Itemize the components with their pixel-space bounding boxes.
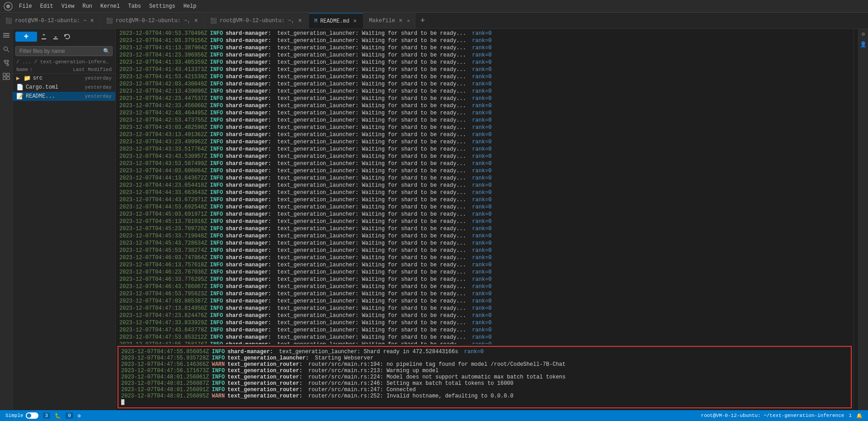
- log-time: 2023-12-07T04:46:23.767036Z: [119, 269, 207, 276]
- tab-1[interactable]: ⬛ root@VM-0-12-ubuntu: ~, ×: [101, 13, 205, 28]
- log-time: 2023-12-07T04:43:13.491362Z: [119, 131, 207, 138]
- log-time: 2023-12-07T04:46:03.747864Z: [119, 254, 207, 261]
- log-source: text_generation_router:: [227, 380, 302, 387]
- tab-0[interactable]: ⬛ root@VM-0-12-ubuntu: ~ ×: [0, 13, 101, 28]
- upload-button[interactable]: [39, 32, 49, 42]
- menu-tabs[interactable]: Tabs: [124, 2, 145, 10]
- extensions-icon[interactable]: [1, 71, 11, 81]
- file-search-box[interactable]: 🔍: [15, 46, 113, 56]
- tab-1-label: root@VM-0-12-ubuntu: ~,: [116, 18, 191, 24]
- log-text: text_generation_launcher: Waiting for sh…: [274, 153, 466, 160]
- log-time: 2023-12-07T04:47:43.843778Z: [119, 326, 207, 334]
- menu-kernel[interactable]: Kernel: [97, 2, 123, 10]
- menu-file[interactable]: File: [15, 2, 36, 10]
- tab-4[interactable]: Makefile × ✕: [363, 13, 415, 28]
- search-sidebar-icon[interactable]: [1, 44, 11, 54]
- toggle-track[interactable]: [26, 412, 38, 419]
- tab-2-close[interactable]: ×: [297, 17, 303, 24]
- refresh-button[interactable]: [62, 32, 72, 42]
- menu-run[interactable]: Run: [79, 2, 96, 10]
- new-file-button[interactable]: +: [15, 32, 37, 42]
- main-layout: + 🔍 / ... / text-generation-inference / …: [0, 29, 868, 410]
- highlight-log-line: 2023-12-07T04:48:01.256095ZWARNtext_gene…: [121, 393, 848, 399]
- log-level: INFO: [210, 319, 223, 326]
- log-source: shard-manager:: [226, 37, 271, 44]
- log-time: 2023-12-07T04:47:03.805387Z: [119, 298, 207, 305]
- log-source: shard-manager:: [226, 66, 271, 73]
- explorer-icon[interactable]: [1, 31, 11, 41]
- search-input[interactable]: [15, 46, 113, 56]
- log-level: INFO: [210, 247, 223, 254]
- tab-3[interactable]: M README.md ×: [309, 13, 363, 28]
- log-container[interactable]: 2023-12-07T04:40:53.370496ZINFOshard-man…: [116, 29, 854, 344]
- download-button[interactable]: [51, 32, 61, 42]
- log-level: INFO: [210, 167, 223, 175]
- editor-area: 2023-12-07T04:40:53.370496ZINFOshard-man…: [116, 29, 858, 410]
- log-line: 2023-12-07T04:46:53.795823ZINFOshard-man…: [119, 290, 850, 298]
- tab-2[interactable]: ⬛ root@VM-0-12-ubuntu: ~, ×: [205, 13, 309, 28]
- bell-icon: 🔔: [856, 413, 863, 419]
- editor-content: 2023-12-07T04:40:53.370496ZINFOshard-man…: [116, 29, 858, 410]
- log-text: text_generation_launcher: Waiting for sh…: [274, 269, 466, 276]
- log-line: 2023-12-07T04:44:53.692548ZINFOshard-man…: [119, 203, 850, 211]
- right-bar: ⚙ 👤: [858, 29, 868, 410]
- menu-settings[interactable]: Settings: [146, 2, 179, 10]
- log-line: 2023-12-07T04:44:03.606064ZINFOshard-man…: [119, 167, 850, 175]
- menu-view[interactable]: View: [58, 2, 78, 10]
- log-rank: rank=0: [469, 189, 491, 196]
- file-item-cargo[interactable]: 📄 Cargo.toml yesterday: [13, 83, 115, 92]
- log-text: text_generation_launcher: Waiting for sh…: [274, 334, 466, 341]
- log-time: 2023-12-07T04:44:33.663643Z: [119, 189, 207, 196]
- log-level: INFO: [210, 138, 223, 146]
- status-left: Simple 3 🐛 0 ⚙: [5, 412, 80, 419]
- file-date: yesterday: [75, 76, 112, 81]
- scrollbar[interactable]: [854, 29, 858, 410]
- activity-bar: [0, 29, 13, 410]
- file-item-src[interactable]: ▶ 📁 src yesterday: [13, 74, 115, 83]
- tab-0-close[interactable]: ×: [89, 17, 94, 24]
- log-level: INFO: [210, 59, 223, 66]
- log-rank: rank=0: [469, 88, 491, 95]
- log-text: text_generation_launcher: Waiting for sh…: [274, 196, 466, 203]
- menu-help[interactable]: Help: [180, 2, 200, 10]
- tab-1-close[interactable]: ×: [193, 17, 198, 24]
- breadcrumb: / ... / text-generation-inference / benc…: [13, 58, 115, 66]
- log-rank: rank=0: [469, 319, 491, 326]
- log-time: 2023-12-07T04:47:13.814950Z: [119, 305, 207, 312]
- log-rank: rank=0: [469, 240, 491, 247]
- log-time: 2023-12-07T04:45:43.728634Z: [119, 240, 207, 247]
- log-level: INFO: [210, 254, 223, 261]
- log-source: shard-manager:: [226, 44, 271, 52]
- log-rank: rank=0: [469, 80, 491, 88]
- git-icon[interactable]: [1, 58, 11, 68]
- gear-icon: ⚙: [78, 413, 81, 419]
- column-modified-header[interactable]: Last Modified: [71, 67, 112, 72]
- menu-edit[interactable]: Edit: [37, 2, 57, 10]
- log-level: INFO: [212, 349, 225, 355]
- explorer-panel: + 🔍 / ... / text-generation-inference / …: [13, 29, 116, 410]
- log-level: INFO: [210, 225, 223, 232]
- log-time: 2023-12-07T04:47:23.824476Z: [119, 312, 207, 319]
- simple-toggle[interactable]: Simple: [5, 412, 38, 419]
- log-source: shard-manager:: [226, 326, 271, 334]
- log-text: text_generation_launcher: Waiting for sh…: [274, 247, 466, 254]
- add-tab-button[interactable]: +: [415, 13, 429, 28]
- log-level: INFO: [210, 37, 223, 44]
- log-line: 2023-12-07T04:46:03.747864ZINFOshard-man…: [119, 254, 850, 261]
- right-settings-icon[interactable]: ⚙: [862, 31, 865, 38]
- file-item-readme[interactable]: 📝 README... yesterday: [13, 92, 115, 101]
- column-name-header[interactable]: Name ↑: [16, 67, 71, 72]
- tab-4-x[interactable]: ✕: [407, 18, 410, 24]
- log-time: 2023-12-07T04:42:23.447537Z: [119, 95, 207, 102]
- log-level: INFO: [210, 326, 223, 334]
- log-rank: rank=0: [469, 146, 491, 153]
- log-text: text_generation_launcher: Waiting for sh…: [274, 117, 466, 124]
- log-line: 2023-12-07T04:46:33.776295ZINFOshard-man…: [119, 276, 850, 283]
- log-rank: rank=0: [461, 349, 483, 355]
- log-level: INFO: [212, 374, 225, 380]
- right-user-icon[interactable]: 👤: [860, 41, 867, 48]
- tab-4-close[interactable]: ×: [398, 17, 403, 24]
- log-rank: rank=0: [469, 109, 491, 117]
- tab-3-close[interactable]: ×: [352, 18, 358, 25]
- log-rank: rank=0: [469, 124, 491, 131]
